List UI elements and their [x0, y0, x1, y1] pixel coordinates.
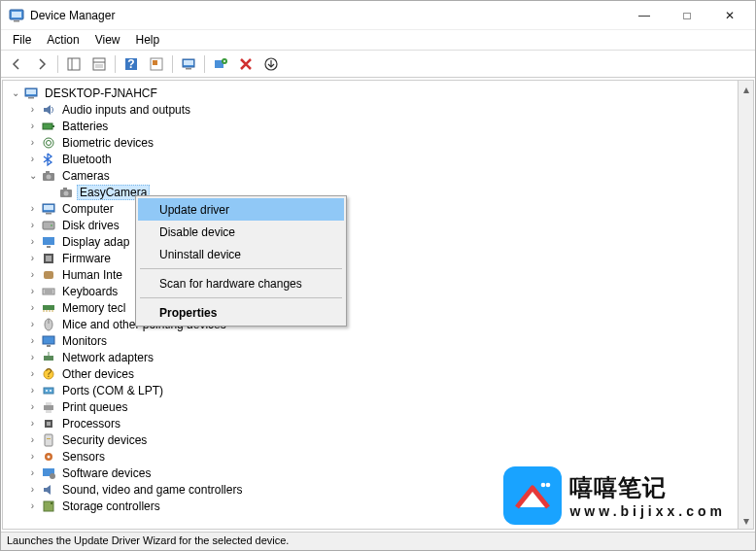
tree-expander-icon[interactable]: › [26, 418, 39, 429]
tree-item-storage[interactable]: ›Storage controllers [5, 498, 751, 514]
tree-expander-icon[interactable]: › [26, 368, 39, 379]
context-menu-item-properties[interactable]: Properties [138, 301, 344, 324]
toolbar-separator [115, 55, 116, 73]
tree-expander-icon[interactable]: › [26, 319, 39, 329]
svg-rect-21 [28, 97, 34, 99]
tree-item-disk[interactable]: ›Disk drives [5, 217, 751, 233]
svg-rect-61 [44, 405, 53, 410]
tree-expander-icon[interactable]: › [26, 253, 39, 263]
close-button[interactable]: ✕ [708, 2, 751, 29]
tree-expander-icon[interactable]: › [26, 335, 39, 346]
tree-item-label: Audio inputs and outputs [59, 103, 193, 117]
svg-rect-52 [43, 336, 54, 344]
tree-item-sound[interactable]: ›Sound, video and game controllers [5, 481, 751, 498]
tree-expander-icon[interactable]: › [26, 220, 39, 230]
tree-item-keyboard[interactable]: ›Keyboards [5, 283, 751, 299]
toolbar-back-button[interactable] [5, 53, 28, 75]
hid-icon [41, 267, 56, 283]
tree-item-monitor[interactable]: ›Monitors [5, 332, 751, 349]
tree-expander-icon[interactable]: ⌄ [26, 170, 39, 181]
svg-rect-23 [52, 125, 54, 127]
tree-item-biometric[interactable]: ›Biometric devices [5, 134, 751, 151]
tree-item-security[interactable]: ›Security devices [5, 431, 751, 448]
svg-point-27 [47, 174, 52, 179]
tree-item-label: Firmware [59, 252, 114, 265]
toolbar-help-button[interactable]: ? [120, 53, 143, 75]
tree-item-hid[interactable]: ›Human Inte [5, 266, 751, 283]
tree-expander-icon[interactable]: › [26, 236, 39, 247]
disk-icon [41, 218, 56, 233]
toolbar-uninstall-button[interactable] [234, 53, 258, 75]
tree-expander-icon[interactable]: ⌄ [9, 87, 21, 98]
tree-item-camera[interactable]: ⌄Cameras [5, 167, 751, 184]
tree-expander-icon[interactable]: › [26, 484, 39, 495]
context-menu-item-uninstall-device[interactable]: Uninstall device [138, 243, 344, 265]
scroll-down-button[interactable]: ▾ [739, 512, 753, 529]
tree-item-memory[interactable]: ›Memory tecl [5, 299, 751, 316]
tree-expander-icon[interactable]: › [26, 467, 39, 478]
tree-item-firmware[interactable]: ›Firmware [5, 250, 751, 266]
tree-expander-icon[interactable]: › [26, 203, 39, 214]
context-menu-item-scan-for-hardware-changes[interactable]: Scan for hardware changes [138, 272, 344, 294]
menu-help[interactable]: Help [128, 31, 168, 49]
minimize-button[interactable]: — [623, 2, 666, 29]
tree-item-display[interactable]: ›Display adap [5, 233, 751, 250]
tree-item-label: Security devices [59, 433, 150, 447]
menu-action[interactable]: Action [39, 31, 86, 49]
tree-item-cpu[interactable]: ›Processors [5, 415, 751, 431]
tree-expander-icon[interactable]: › [26, 286, 39, 296]
toolbar-show-hide-button[interactable] [62, 53, 86, 75]
svg-point-36 [51, 224, 52, 226]
context-menu-separator [140, 297, 342, 298]
tree-item-other[interactable]: ›?Other devices [5, 365, 751, 382]
tree-item-network[interactable]: ›Network adapters [5, 349, 751, 365]
tree-expander-icon[interactable]: › [26, 434, 39, 445]
biometric-icon [41, 135, 56, 151]
menubar: File Action View Help [1, 30, 755, 51]
tree-item-label: Bluetooth [59, 153, 115, 166]
toolbar-scan-button[interactable] [209, 53, 232, 75]
tree-expander-icon[interactable]: › [26, 269, 39, 280]
tree-item-easycamera[interactable]: EasyCamera [5, 184, 751, 200]
tree-item-sensor[interactable]: ›Sensors [5, 448, 751, 465]
tree-root[interactable]: ⌄DESKTOP-FJNAHCF [5, 85, 751, 101]
tree-expander-icon[interactable]: › [26, 451, 39, 462]
toolbar-forward-button[interactable] [30, 53, 53, 75]
toolbar-computer-button[interactable] [177, 53, 200, 75]
battery-icon [41, 119, 56, 134]
toolbar-action-button[interactable] [145, 53, 168, 75]
tree-expander-icon[interactable]: › [26, 401, 39, 412]
context-menu-item-disable-device[interactable]: Disable device [138, 221, 344, 243]
maximize-button[interactable]: □ [666, 2, 708, 29]
tree-item-port[interactable]: ›Ports (COM & LPT) [5, 382, 751, 398]
toolbar-properties-button[interactable] [87, 53, 111, 75]
tree-item-audio[interactable]: ›Audio inputs and outputs [5, 101, 751, 118]
tree-item-battery[interactable]: ›Batteries [5, 118, 751, 134]
tree-item-bluetooth[interactable]: ›Bluetooth [5, 151, 751, 167]
svg-rect-37 [43, 237, 54, 245]
tree-expander-icon[interactable]: › [26, 104, 39, 115]
scroll-up-button[interactable]: ▴ [739, 81, 753, 97]
tree-expander-icon[interactable]: › [26, 302, 39, 313]
vertical-scrollbar[interactable]: ▴ ▾ [738, 80, 754, 530]
tree-expander-icon[interactable]: › [26, 352, 39, 362]
tree-item-software[interactable]: ›Software devices [5, 465, 751, 481]
display-icon [41, 234, 56, 250]
svg-rect-66 [45, 434, 52, 446]
tree-expander-icon[interactable]: › [26, 500, 39, 511]
context-menu-item-update-driver[interactable]: Update driver [138, 198, 344, 221]
menu-view[interactable]: View [87, 31, 128, 49]
tree-item-computer[interactable]: ›Computer [5, 200, 751, 217]
tree-expander-icon[interactable]: › [26, 154, 39, 164]
device-tree[interactable]: ⌄DESKTOP-FJNAHCF›Audio inputs and output… [2, 80, 754, 530]
menu-file[interactable]: File [5, 31, 39, 49]
svg-point-25 [47, 140, 52, 145]
tree-item-printer[interactable]: ›Print queues [5, 398, 751, 415]
svg-point-24 [44, 138, 53, 148]
toolbar-update-driver-button[interactable] [259, 53, 283, 75]
svg-rect-5 [93, 58, 105, 70]
tree-expander-icon[interactable]: › [26, 137, 39, 148]
tree-expander-icon[interactable]: › [26, 385, 39, 396]
tree-item-mouse[interactable]: ›Mice and other pointing devices [5, 316, 751, 332]
tree-expander-icon[interactable]: › [26, 121, 39, 131]
